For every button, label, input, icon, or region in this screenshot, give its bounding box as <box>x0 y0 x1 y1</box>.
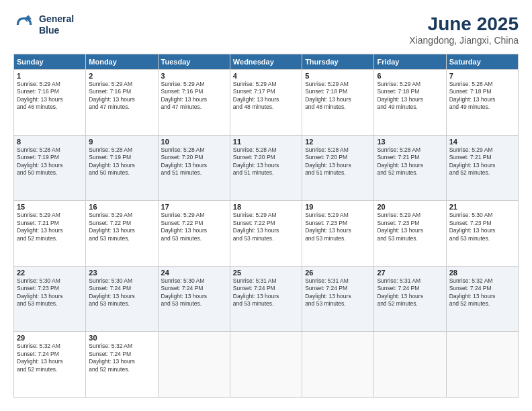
day-number: 26 <box>305 269 371 277</box>
header-row: Sunday Monday Tuesday Wednesday Thursday… <box>14 54 519 70</box>
calendar-cell: 14Sunrise: 5:29 AM Sunset: 7:21 PM Dayli… <box>446 135 518 201</box>
day-number: 20 <box>377 203 443 211</box>
calendar-cell: 3Sunrise: 5:29 AM Sunset: 7:16 PM Daylig… <box>158 70 230 136</box>
calendar-cell: 26Sunrise: 5:31 AM Sunset: 7:24 PM Dayli… <box>302 266 374 332</box>
day-number: 4 <box>233 72 299 80</box>
calendar-cell: 5Sunrise: 5:29 AM Sunset: 7:18 PM Daylig… <box>302 70 374 136</box>
calendar-week-2: 8Sunrise: 5:28 AM Sunset: 7:19 PM Daylig… <box>14 135 519 201</box>
calendar-body: 1Sunrise: 5:29 AM Sunset: 7:16 PM Daylig… <box>14 70 519 398</box>
day-number: 27 <box>377 269 443 277</box>
calendar-cell: 22Sunrise: 5:30 AM Sunset: 7:23 PM Dayli… <box>14 266 86 332</box>
calendar-cell: 18Sunrise: 5:29 AM Sunset: 7:22 PM Dayli… <box>230 201 302 267</box>
day-number: 13 <box>377 138 443 146</box>
day-number: 14 <box>449 138 515 146</box>
day-info: Sunrise: 5:30 AM Sunset: 7:23 PM Dayligh… <box>17 277 83 308</box>
day-number: 8 <box>17 138 83 146</box>
day-info: Sunrise: 5:30 AM Sunset: 7:24 PM Dayligh… <box>89 277 154 308</box>
logo-line2: Blue <box>39 25 74 36</box>
calendar-table: Sunday Monday Tuesday Wednesday Thursday… <box>13 54 519 398</box>
day-info: Sunrise: 5:29 AM Sunset: 7:16 PM Dayligh… <box>89 81 154 111</box>
col-sunday: Sunday <box>14 54 86 70</box>
day-info: Sunrise: 5:28 AM Sunset: 7:20 PM Dayligh… <box>161 146 227 177</box>
day-number: 22 <box>17 269 83 277</box>
day-number: 30 <box>89 334 154 342</box>
col-tuesday: Tuesday <box>158 54 230 70</box>
calendar-cell: 11Sunrise: 5:28 AM Sunset: 7:20 PM Dayli… <box>230 135 302 201</box>
logo-icon <box>13 14 35 36</box>
logo: General Blue <box>13 13 74 36</box>
day-number: 23 <box>89 269 154 277</box>
day-info: Sunrise: 5:32 AM Sunset: 7:24 PM Dayligh… <box>17 342 83 373</box>
calendar-cell: 13Sunrise: 5:28 AM Sunset: 7:21 PM Dayli… <box>374 135 446 201</box>
day-info: Sunrise: 5:28 AM Sunset: 7:19 PM Dayligh… <box>89 146 154 177</box>
calendar-cell: 15Sunrise: 5:29 AM Sunset: 7:21 PM Dayli… <box>14 201 86 267</box>
calendar-cell <box>302 332 374 398</box>
calendar-cell <box>158 332 230 398</box>
month-title: June 2025 <box>409 13 519 35</box>
calendar-cell: 27Sunrise: 5:31 AM Sunset: 7:24 PM Dayli… <box>374 266 446 332</box>
day-info: Sunrise: 5:31 AM Sunset: 7:24 PM Dayligh… <box>377 277 443 308</box>
calendar-cell: 21Sunrise: 5:30 AM Sunset: 7:23 PM Dayli… <box>446 201 518 267</box>
day-info: Sunrise: 5:30 AM Sunset: 7:23 PM Dayligh… <box>449 212 515 242</box>
calendar-cell <box>374 332 446 398</box>
calendar-cell <box>230 332 302 398</box>
day-info: Sunrise: 5:29 AM Sunset: 7:16 PM Dayligh… <box>17 81 83 111</box>
calendar-cell: 16Sunrise: 5:29 AM Sunset: 7:22 PM Dayli… <box>86 201 158 267</box>
col-thursday: Thursday <box>302 54 374 70</box>
day-info: Sunrise: 5:28 AM Sunset: 7:18 PM Dayligh… <box>449 81 515 111</box>
day-number: 10 <box>161 138 227 146</box>
title-block: June 2025 Xiangdong, Jiangxi, China <box>409 13 519 46</box>
day-info: Sunrise: 5:29 AM Sunset: 7:22 PM Dayligh… <box>233 212 299 242</box>
day-number: 19 <box>305 203 371 211</box>
logo-text: General Blue <box>39 13 74 36</box>
day-number: 1 <box>17 72 83 80</box>
day-info: Sunrise: 5:29 AM Sunset: 7:16 PM Dayligh… <box>161 81 227 111</box>
day-info: Sunrise: 5:29 AM Sunset: 7:17 PM Dayligh… <box>233 81 299 111</box>
day-number: 9 <box>89 138 154 146</box>
day-info: Sunrise: 5:29 AM Sunset: 7:18 PM Dayligh… <box>305 81 371 111</box>
calendar-cell: 7Sunrise: 5:28 AM Sunset: 7:18 PM Daylig… <box>446 70 518 136</box>
day-info: Sunrise: 5:28 AM Sunset: 7:19 PM Dayligh… <box>17 146 83 177</box>
day-number: 24 <box>161 269 227 277</box>
day-info: Sunrise: 5:29 AM Sunset: 7:22 PM Dayligh… <box>89 212 154 242</box>
calendar-cell: 1Sunrise: 5:29 AM Sunset: 7:16 PM Daylig… <box>14 70 86 136</box>
day-info: Sunrise: 5:32 AM Sunset: 7:24 PM Dayligh… <box>449 277 515 308</box>
day-number: 3 <box>161 72 227 80</box>
header: General Blue June 2025 Xiangdong, Jiangx… <box>13 13 519 46</box>
day-info: Sunrise: 5:29 AM Sunset: 7:22 PM Dayligh… <box>161 212 227 242</box>
day-number: 12 <box>305 138 371 146</box>
day-number: 29 <box>17 334 83 342</box>
calendar-week-5: 29Sunrise: 5:32 AM Sunset: 7:24 PM Dayli… <box>14 332 519 398</box>
day-info: Sunrise: 5:31 AM Sunset: 7:24 PM Dayligh… <box>233 277 299 308</box>
day-number: 7 <box>449 72 515 80</box>
day-info: Sunrise: 5:30 AM Sunset: 7:24 PM Dayligh… <box>161 277 227 308</box>
day-info: Sunrise: 5:29 AM Sunset: 7:21 PM Dayligh… <box>17 212 83 242</box>
page: General Blue June 2025 Xiangdong, Jiangx… <box>0 0 532 411</box>
calendar-cell: 12Sunrise: 5:28 AM Sunset: 7:20 PM Dayli… <box>302 135 374 201</box>
calendar-cell: 2Sunrise: 5:29 AM Sunset: 7:16 PM Daylig… <box>86 70 158 136</box>
day-info: Sunrise: 5:29 AM Sunset: 7:23 PM Dayligh… <box>377 212 443 242</box>
calendar-cell: 23Sunrise: 5:30 AM Sunset: 7:24 PM Dayli… <box>86 266 158 332</box>
calendar-cell: 24Sunrise: 5:30 AM Sunset: 7:24 PM Dayli… <box>158 266 230 332</box>
col-wednesday: Wednesday <box>230 54 302 70</box>
calendar-cell: 29Sunrise: 5:32 AM Sunset: 7:24 PM Dayli… <box>14 332 86 398</box>
calendar-cell: 28Sunrise: 5:32 AM Sunset: 7:24 PM Dayli… <box>446 266 518 332</box>
calendar-cell: 8Sunrise: 5:28 AM Sunset: 7:19 PM Daylig… <box>14 135 86 201</box>
col-friday: Friday <box>374 54 446 70</box>
calendar-week-4: 22Sunrise: 5:30 AM Sunset: 7:23 PM Dayli… <box>14 266 519 332</box>
day-info: Sunrise: 5:28 AM Sunset: 7:21 PM Dayligh… <box>377 146 443 177</box>
logo-line1: General <box>39 13 74 25</box>
location: Xiangdong, Jiangxi, China <box>409 35 519 46</box>
day-number: 5 <box>305 72 371 80</box>
day-info: Sunrise: 5:29 AM Sunset: 7:18 PM Dayligh… <box>377 81 443 111</box>
day-info: Sunrise: 5:29 AM Sunset: 7:21 PM Dayligh… <box>449 146 515 177</box>
day-number: 25 <box>233 269 299 277</box>
day-info: Sunrise: 5:32 AM Sunset: 7:24 PM Dayligh… <box>89 342 154 373</box>
day-number: 18 <box>233 203 299 211</box>
day-number: 28 <box>449 269 515 277</box>
calendar-cell: 6Sunrise: 5:29 AM Sunset: 7:18 PM Daylig… <box>374 70 446 136</box>
day-info: Sunrise: 5:29 AM Sunset: 7:23 PM Dayligh… <box>305 212 371 242</box>
calendar-cell: 9Sunrise: 5:28 AM Sunset: 7:19 PM Daylig… <box>86 135 158 201</box>
calendar-header: Sunday Monday Tuesday Wednesday Thursday… <box>14 54 519 70</box>
day-info: Sunrise: 5:31 AM Sunset: 7:24 PM Dayligh… <box>305 277 371 308</box>
